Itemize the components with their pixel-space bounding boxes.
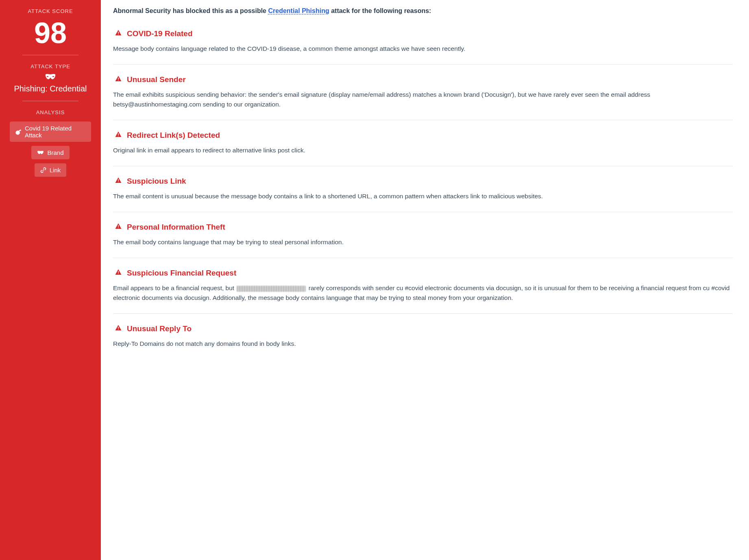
svg-rect-11 [118, 228, 119, 228]
desc-part: Email appears to be a financial request,… [113, 284, 236, 291]
svg-rect-15 [118, 329, 119, 330]
tag-brand[interactable]: Brand [31, 146, 69, 159]
analysis-label: ANALYSIS [0, 109, 101, 115]
warning-icon [115, 269, 122, 278]
bomb-icon [15, 129, 22, 135]
mask-icon [45, 74, 56, 82]
svg-rect-8 [118, 179, 119, 181]
tag-label: Link [50, 167, 61, 174]
reason-title: Unusual Reply To [127, 324, 192, 333]
attack-type: Phishing: Credential [0, 74, 101, 93]
reason-financial-request: Suspicious Financial Request Email appea… [113, 269, 733, 314]
reason-covid: COVID-19 Related Message body contains l… [113, 29, 733, 65]
warning-icon [115, 75, 122, 84]
reason-title: Unusual Sender [127, 75, 186, 84]
tag-link[interactable]: Link [35, 163, 67, 177]
mask-icon [37, 150, 44, 155]
reason-unusual-reply-to: Unusual Reply To Reply-To Domains do not… [113, 324, 733, 359]
svg-rect-6 [118, 133, 119, 135]
svg-rect-2 [118, 32, 119, 34]
attack-score-label: ATTACK SCORE [0, 8, 101, 14]
svg-rect-5 [118, 80, 119, 81]
credential-phishing-link[interactable]: Credential Phishing [268, 7, 329, 14]
tag-covid-attack[interactable]: Covid 19 Related Attack [10, 122, 91, 142]
reason-desc: Message body contains language related t… [113, 44, 733, 54]
svg-rect-3 [118, 34, 119, 35]
warning-icon [115, 29, 122, 38]
warning-icon [115, 177, 122, 186]
reason-title: Suspicious Financial Request [127, 269, 236, 278]
attack-score-value: 98 [0, 18, 101, 48]
warning-icon [115, 131, 122, 140]
reason-title: Personal Information Theft [127, 223, 225, 232]
svg-rect-10 [118, 225, 119, 227]
link-icon [40, 167, 46, 173]
tag-label: Covid 19 Related Attack [25, 125, 85, 139]
reason-desc: The email exhibits suspicious sending be… [113, 90, 733, 109]
svg-rect-12 [118, 271, 119, 273]
reason-redirect-links: Redirect Link(s) Detected Original link … [113, 131, 733, 166]
tag-label: Brand [47, 149, 63, 156]
reason-unusual-sender: Unusual Sender The email exhibits suspic… [113, 75, 733, 120]
divider [22, 55, 78, 55]
reason-desc: The email content is unusual because the… [113, 191, 733, 201]
reason-title: Suspicious Link [127, 177, 186, 186]
divider [22, 101, 78, 101]
reason-desc: Email appears to be a financial request,… [113, 283, 733, 303]
sidebar: ATTACK SCORE 98 ATTACK TYPE Phishing: Cr… [0, 0, 101, 560]
main-content: Abnormal Security has blocked this as a … [101, 0, 749, 560]
warning-icon [115, 223, 122, 232]
svg-rect-9 [118, 182, 119, 182]
reason-suspicious-link: Suspicious Link The email content is unu… [113, 177, 733, 212]
reason-desc: Original link in email appears to redire… [113, 145, 733, 155]
svg-rect-4 [118, 78, 119, 80]
reason-title: COVID-19 Related [127, 29, 193, 38]
attack-type-label: ATTACK TYPE [0, 63, 101, 69]
reason-personal-info-theft: Personal Information Theft The email bod… [113, 223, 733, 258]
analysis-tags: Covid 19 Related Attack Brand Link [0, 122, 101, 177]
redacted-text [237, 286, 306, 292]
reason-title: Redirect Link(s) Detected [127, 131, 220, 140]
svg-rect-13 [118, 273, 119, 274]
svg-rect-7 [118, 136, 119, 137]
reason-desc: The email body contains language that ma… [113, 237, 733, 247]
reason-desc: Reply-To Domains do not match any domain… [113, 339, 733, 349]
intro-suffix: attack for the following reasons: [329, 7, 431, 14]
intro-text: Abnormal Security has blocked this as a … [113, 7, 733, 15]
warning-icon [115, 324, 122, 333]
attack-type-value: Phishing: Credential [0, 84, 101, 93]
svg-rect-14 [118, 327, 119, 329]
intro-prefix: Abnormal Security has blocked this as a … [113, 7, 268, 14]
